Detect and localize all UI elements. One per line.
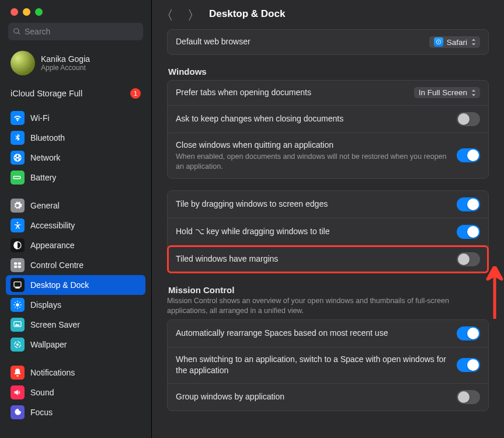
avatar — [11, 51, 35, 75]
setting-label: Prefer tabs when opening documents — [176, 87, 408, 99]
accessibility-icon — [11, 218, 25, 232]
account-row[interactable]: Kanika Gogia Apple Account — [0, 47, 151, 81]
toggle-hold-opt[interactable] — [457, 225, 480, 239]
setting-label: Close windows when quitting an applicati… — [176, 140, 451, 151]
network-icon — [11, 151, 25, 165]
sidebar-item-control-centre[interactable]: Control Centre — [6, 255, 145, 275]
sidebar-item-network[interactable]: Network — [6, 148, 145, 168]
setting-row-tile-drag: Tile by dragging windows to screen edges — [168, 191, 488, 218]
setting-label: Hold ⌥ key while dragging windows to til… — [176, 226, 451, 238]
annotation-arrow — [483, 266, 504, 321]
sidebar-item-notifications[interactable]: Notifications — [6, 363, 145, 383]
focus-icon — [11, 405, 25, 419]
icloud-storage-badge: 1 — [130, 88, 141, 99]
sidebar-item-wallpaper[interactable]: Wallpaper — [6, 335, 145, 354]
wifi-icon — [11, 111, 25, 125]
header: 〈 〉 Desktop & Dock — [152, 0, 504, 29]
sidebar-item-screen-saver[interactable]: Screen Saver — [6, 315, 145, 335]
dropdown-prefer-tabs[interactable]: In Full Screen — [414, 87, 480, 98]
chevron-updown-icon — [471, 38, 477, 46]
sidebar-item-label: Sound — [30, 388, 54, 397]
sidebar-item-focus[interactable]: Focus — [6, 402, 145, 422]
sidebar-item-label: Desktop & Dock — [30, 280, 89, 290]
sidebar-item-bluetooth[interactable]: Bluetooth — [6, 128, 145, 148]
mission-section-header: Mission Control Mission Control shows an… — [167, 285, 489, 316]
sidebar-item-wifi[interactable]: Wi-Fi — [6, 108, 145, 128]
browser-panel: Default web browser Safari — [167, 29, 489, 55]
default-browser-label: Default web browser — [176, 36, 423, 48]
windows-section-title: Windows — [168, 67, 488, 77]
setting-label: Ask to keep changes when closing documen… — [176, 113, 451, 125]
sidebar-item-desktop-dock[interactable]: Desktop & Dock — [6, 275, 145, 295]
sidebar: Search Kanika Gogia Apple Account iCloud… — [0, 0, 152, 438]
windows-panel-2: Tile by dragging windows to screen edges… — [167, 190, 489, 273]
sidebar-item-battery[interactable]: Battery — [6, 168, 145, 187]
sidebar-item-label: Wallpaper — [30, 340, 67, 349]
account-sub: Apple Account — [41, 64, 90, 72]
windows-panel-1: Prefer tabs when opening documentsIn Ful… — [167, 80, 489, 179]
sidebar-item-label: Screen Saver — [30, 320, 80, 329]
sidebar-item-general[interactable]: General — [6, 196, 145, 215]
icloud-storage-label: iCloud Storage Full — [11, 89, 82, 98]
setting-row-hold-opt: Hold ⌥ key while dragging windows to til… — [168, 218, 488, 246]
setting-label: Group windows by application — [176, 391, 451, 403]
sidebar-item-label: Wi-Fi — [30, 113, 50, 123]
toggle-close-quit[interactable] — [457, 148, 480, 162]
mission-panel: Automatically rearrange Spaces based on … — [167, 319, 489, 411]
setting-label: Tiled windows have margins — [176, 253, 451, 265]
appearance-icon — [11, 238, 25, 252]
sidebar-item-label: Notifications — [30, 368, 75, 377]
setting-row-ask-keep: Ask to keep changes when closing documen… — [168, 106, 488, 133]
sidebar-item-label: Control Centre — [30, 260, 84, 270]
sidebar-item-label: General — [30, 201, 60, 210]
setting-sublabel: When enabled, open documents and windows… — [176, 152, 451, 172]
default-browser-value: Safari — [447, 38, 467, 47]
setting-row-auto-spaces: Automatically rearrange Spaces based on … — [168, 320, 488, 347]
mission-section-title: Mission Control — [168, 285, 488, 295]
default-browser-row: Default web browser Safari — [168, 30, 488, 54]
gear-icon — [11, 199, 25, 213]
bluetooth-icon — [11, 131, 25, 145]
sidebar-item-label: Focus — [30, 408, 53, 417]
forward-button[interactable]: 〉 — [185, 7, 196, 21]
toggle-margins[interactable] — [457, 252, 480, 266]
search-icon — [13, 27, 21, 36]
page-title: Desktop & Dock — [209, 8, 285, 20]
setting-label: When switching to an application, switch… — [176, 354, 451, 377]
toggle-group-win[interactable] — [457, 390, 480, 404]
screensaver-icon — [11, 318, 25, 332]
search-input[interactable]: Search — [8, 23, 143, 40]
setting-row-margins: Tiled windows have margins — [168, 246, 488, 273]
close-window-button[interactable] — [11, 8, 18, 16]
chevron-updown-icon — [471, 89, 477, 97]
setting-row-prefer-tabs: Prefer tabs when opening documentsIn Ful… — [168, 81, 488, 106]
displays-icon — [11, 298, 25, 312]
toggle-auto-spaces[interactable] — [457, 326, 480, 340]
sidebar-item-label: Bluetooth — [30, 133, 65, 142]
sidebar-item-appearance[interactable]: Appearance — [6, 235, 145, 255]
toggle-ask-keep[interactable] — [457, 112, 480, 126]
setting-row-close-quit: Close windows when quitting an applicati… — [168, 133, 488, 178]
content: Default web browser Safari Windows Prefe… — [152, 29, 504, 438]
minimize-window-button[interactable] — [23, 8, 30, 16]
sidebar-item-label: Network — [30, 153, 60, 162]
sound-icon — [11, 385, 25, 399]
account-name: Kanika Gogia — [41, 54, 90, 64]
toggle-switch-space[interactable] — [457, 358, 480, 372]
toggle-tile-drag[interactable] — [457, 197, 480, 211]
cc-icon — [11, 258, 25, 272]
sidebar-nav: Wi-FiBluetoothNetworkBatteryGeneralAcces… — [0, 106, 151, 430]
sidebar-item-accessibility[interactable]: Accessibility — [6, 215, 145, 235]
sidebar-item-label: Appearance — [30, 241, 75, 250]
fullscreen-window-button[interactable] — [35, 8, 43, 16]
back-button[interactable]: 〈 — [165, 7, 176, 21]
sidebar-item-sound[interactable]: Sound — [6, 383, 145, 402]
default-browser-dropdown[interactable]: Safari — [429, 36, 480, 48]
icloud-storage-row[interactable]: iCloud Storage Full 1 — [0, 81, 151, 106]
sidebar-item-displays[interactable]: Displays — [6, 295, 145, 315]
setting-row-group-win: Group windows by application — [168, 384, 488, 411]
dropdown-value: In Full Screen — [419, 88, 467, 97]
setting-label: Tile by dragging windows to screen edges — [176, 199, 451, 210]
sidebar-item-label: Battery — [30, 173, 56, 182]
bell-icon — [11, 366, 25, 380]
